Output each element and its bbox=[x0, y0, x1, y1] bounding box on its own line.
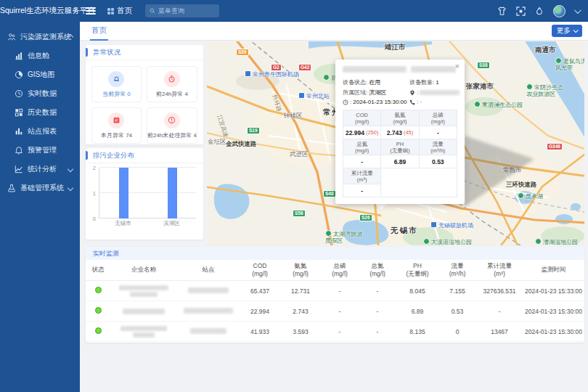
cell-tn: - bbox=[359, 281, 396, 301]
gis-map-icon bbox=[15, 70, 23, 79]
table-row[interactable]: 41.933 3.593 - - 8.135 0 13467 2024-01-2… bbox=[86, 322, 584, 342]
sidebar-item-info-cabin[interactable]: 信息舱 bbox=[0, 46, 80, 65]
bar-无锡市[interactable] bbox=[119, 168, 128, 219]
redacted-text bbox=[343, 66, 407, 73]
breadcrumb-home[interactable]: 首页 bbox=[117, 6, 132, 16]
history-data-icon bbox=[15, 108, 23, 117]
stats-line-icon bbox=[15, 165, 23, 173]
clock-icon bbox=[15, 89, 23, 98]
phone-row: : · bbox=[409, 99, 460, 105]
stat-unhandled-abnormal[interactable]: 前24h未处理异常 4 bbox=[147, 107, 197, 144]
map-label: 黄泗浦生态公园 bbox=[474, 101, 523, 109]
sidebar-item-label: 历史数据 bbox=[28, 107, 57, 118]
tab-bar: 首页 更多 bbox=[80, 22, 588, 41]
location-pin-icon bbox=[409, 90, 415, 96]
panel-header: 异常状况 bbox=[86, 45, 203, 60]
flame-icon[interactable] bbox=[534, 6, 544, 16]
table-row[interactable]: 65.437 12.731 - - 8.045 7.155 327636.531… bbox=[86, 281, 584, 301]
redacted-site-name bbox=[184, 308, 233, 314]
tab-home[interactable]: 首页 bbox=[90, 22, 108, 41]
metric-header: 氨氮(mg/l) bbox=[381, 110, 419, 126]
field-label: 所属区域: bbox=[343, 89, 367, 97]
redacted-text bbox=[420, 90, 460, 95]
sidebar-item-pollution-monitor-system[interactable]: 污染源监测系统 bbox=[0, 28, 80, 46]
calendar-icon bbox=[108, 113, 124, 128]
more-chevron-icon bbox=[573, 28, 579, 33]
map-label: 江宜高速 bbox=[216, 114, 230, 139]
topbar-actions bbox=[497, 5, 588, 17]
table-header-row: 状态 企业名称 站点 COD(mg/l) 氨氮(mg/l) 总磷(mg/l) 总… bbox=[86, 260, 584, 281]
metric-value: 6.89 bbox=[381, 155, 419, 168]
abnormal-status-panel: 异常状况 当前异常 0 前24h异常 4 本月异常 74 bbox=[86, 45, 203, 144]
col-nh3: 氨氮(mg/l) bbox=[280, 260, 321, 281]
sidebar-item-statistics[interactable]: 统计分析 bbox=[0, 160, 80, 179]
bar-滨湖区[interactable] bbox=[168, 168, 177, 219]
region-row: 所属区域: 滨湖区 bbox=[343, 89, 409, 97]
stat-current-abnormal[interactable]: 当前异常 0 bbox=[91, 66, 142, 102]
cell-flow: 0 bbox=[438, 322, 476, 342]
realtime-monitor-panel: 实时监测 状态 企业名称 站点 COD(mg/l) 氨氮(mg/l) 总磷(mg… bbox=[86, 247, 584, 343]
redacted-enterprise-name bbox=[110, 309, 177, 314]
info-cabin-icon bbox=[15, 52, 23, 60]
sidebar-item-realtime-data[interactable]: 实时数据 bbox=[0, 84, 80, 103]
sidebar-item-label: GIS地图 bbox=[28, 70, 54, 80]
theme-skin-icon[interactable] bbox=[497, 6, 507, 16]
x-tick-label: 无锡市 bbox=[115, 220, 131, 227]
y-tick-label: 0 bbox=[93, 216, 96, 222]
metric-value: - bbox=[343, 155, 381, 168]
field-label: : bbox=[417, 99, 418, 105]
map-label: 金武快速路 bbox=[226, 140, 257, 149]
map-canvas[interactable]: 靖江市南通市张家港市常州奔牛国际机场新龙生态林老鼠岛滨江风光带常阴沙生态农业旅游… bbox=[207, 41, 584, 245]
col-cod: COD(mg/l) bbox=[240, 260, 280, 281]
fullscreen-icon[interactable] bbox=[515, 6, 526, 16]
metric-value: - bbox=[343, 184, 381, 197]
stat-last24h-abnormal[interactable]: 前24h异常 4 bbox=[147, 66, 197, 102]
site-report-icon bbox=[15, 127, 23, 136]
metric-header: PH(无量纲) bbox=[381, 139, 419, 155]
metric-header: 流量(m³/h) bbox=[420, 139, 457, 155]
status-dot-green bbox=[95, 307, 102, 314]
popup-metrics-table: COD(mg/l) 氨氮(mg/l) 总磷(mg/l) 22.994(250) … bbox=[343, 110, 457, 197]
user-avatar[interactable] bbox=[553, 5, 565, 17]
sidebar-item-label: 站点报表 bbox=[28, 126, 57, 136]
more-button-label: 更多 bbox=[557, 26, 571, 36]
road-shield: S19 bbox=[247, 127, 260, 134]
menu-toggle-icon[interactable] bbox=[86, 7, 96, 15]
app-logo: Squirrel生态环境云服务平台 bbox=[0, 6, 80, 16]
col-site: 站点 bbox=[177, 260, 240, 281]
sidebar-item-warning-manage[interactable]: 预警管理 bbox=[0, 141, 80, 160]
table-row[interactable]: 22.994 2.743 - - 6.89 0.53 - 2024-01-23 … bbox=[86, 301, 584, 322]
map-label: 太湖湾旅游度假区 bbox=[325, 230, 367, 244]
metric-empty-cell bbox=[381, 168, 457, 197]
field-label: : bbox=[417, 89, 418, 96]
sidebar-item-label: 信息舱 bbox=[28, 51, 49, 61]
app-root: Squirrel生态环境云服务平台 首页 污染源监测系 bbox=[0, 0, 588, 392]
cell-time: 2024-01-23 15:30:00 bbox=[523, 322, 584, 342]
metric-header: 总氮(mg/l) bbox=[343, 139, 381, 155]
field-value: 滨湖区 bbox=[369, 89, 386, 97]
menu-search[interactable] bbox=[145, 4, 219, 17]
col-total-flow: 累计流量(m³) bbox=[476, 260, 523, 281]
cell-total-flow: - bbox=[476, 301, 523, 322]
sidebar-item-site-report[interactable]: 站点报表 bbox=[0, 122, 80, 141]
field-label: 设备状态: bbox=[343, 78, 367, 86]
road-shield: S58 bbox=[293, 210, 306, 217]
gridline bbox=[99, 218, 196, 219]
alarm-siren-icon bbox=[108, 71, 124, 87]
redacted-enterprise-name bbox=[110, 326, 177, 338]
phone-icon bbox=[409, 99, 415, 105]
cell-time: 2024-01-23 15:33:00 bbox=[523, 281, 584, 301]
stat-month-abnormal[interactable]: 本月异常 74 bbox=[91, 107, 142, 144]
user-menu-chevron-icon[interactable] bbox=[574, 7, 581, 14]
more-button[interactable]: 更多 bbox=[552, 25, 582, 37]
breadcrumb[interactable]: 首页 bbox=[107, 6, 132, 16]
col-tn: 总氮(mg/l) bbox=[359, 260, 396, 281]
sidebar: 污染源监测系统 信息舱 GIS地图 实时数据 历史数据 站点报表 预警管理 bbox=[0, 22, 80, 392]
sidebar-item-history-data[interactable]: 历史数据 bbox=[0, 103, 80, 122]
sidebar-item-base-manage-system[interactable]: 基础管理系统 bbox=[0, 179, 80, 197]
map-label: 张家港市 bbox=[466, 82, 494, 91]
col-flow: 流量(m³/h) bbox=[438, 260, 476, 281]
map-label: 武进区 bbox=[290, 150, 309, 159]
sidebar-item-gis-map[interactable]: GIS地图 bbox=[0, 65, 80, 84]
search-input[interactable] bbox=[158, 7, 215, 15]
